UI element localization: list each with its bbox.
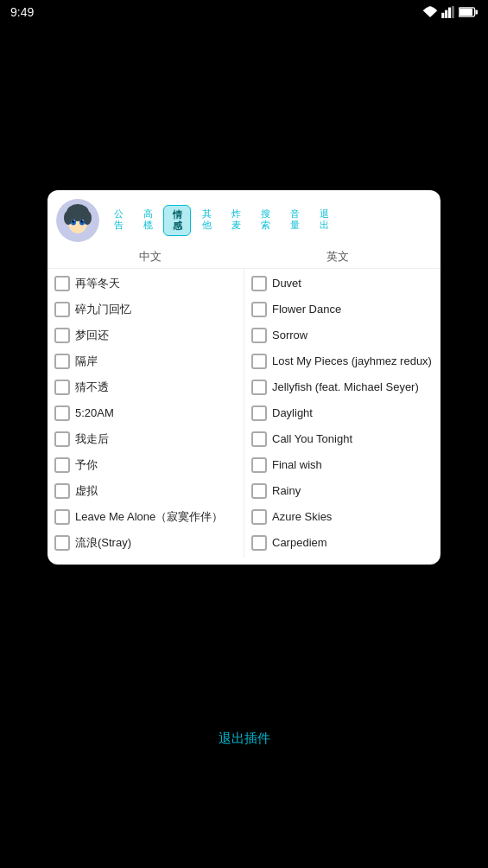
checkbox[interactable] bbox=[251, 328, 267, 343]
item-text: 碎九门回忆 bbox=[75, 303, 131, 317]
nav-tab-gao-liang[interactable]: 高 榄 bbox=[134, 205, 162, 236]
signal-icon bbox=[441, 6, 455, 18]
nav-tab-label-qi-ta: 其 他 bbox=[202, 208, 212, 231]
checkbox[interactable] bbox=[54, 535, 70, 551]
left-list-item[interactable]: 碎九门回忆 bbox=[51, 297, 240, 322]
nav-tab-zha-mai[interactable]: 炸 麦 bbox=[222, 205, 250, 236]
item-text: Lost My Pieces (jayhmez redux) bbox=[272, 354, 432, 369]
item-text: Azure Skies bbox=[272, 510, 332, 525]
checkbox[interactable] bbox=[251, 483, 267, 499]
col-header-english: 英文 bbox=[244, 249, 433, 265]
checkbox[interactable] bbox=[251, 535, 267, 551]
item-text: Duvet bbox=[272, 277, 301, 291]
nav-tabs: 公 告高 榄情 感其 他炸 麦搜 索音 量退 出 bbox=[105, 205, 338, 236]
svg-rect-3 bbox=[452, 6, 454, 18]
item-text: 我走后 bbox=[75, 432, 109, 447]
col-headers: 中文 英文 bbox=[48, 246, 440, 269]
left-list: 再等冬天碎九门回忆梦回还隔岸猜不透5:20AM我走后予你虚拟Leave Me A… bbox=[48, 269, 244, 558]
left-list-item[interactable]: 梦回还 bbox=[51, 322, 240, 348]
checkbox[interactable] bbox=[54, 483, 70, 499]
left-list-item[interactable]: 流浪(Stray) bbox=[51, 530, 240, 556]
svg-point-17 bbox=[82, 220, 83, 220]
right-list-item[interactable]: Azure Skies bbox=[248, 504, 437, 530]
checkbox[interactable] bbox=[54, 405, 70, 421]
item-text: Rainy bbox=[272, 484, 301, 499]
right-list-item[interactable]: Call You Tonight bbox=[248, 426, 437, 452]
left-list-item[interactable]: 我走后 bbox=[51, 426, 240, 452]
left-list-item[interactable]: Leave Me Alone（寂寞作伴） bbox=[51, 504, 240, 530]
right-list-item[interactable]: Rainy bbox=[248, 478, 437, 504]
left-list-item[interactable]: 再等冬天 bbox=[51, 271, 240, 297]
item-text: 再等冬天 bbox=[75, 277, 120, 291]
checkbox[interactable] bbox=[54, 509, 70, 525]
right-list: DuvetFlower DanceSorrowLost My Pieces (j… bbox=[244, 269, 440, 558]
checkbox[interactable] bbox=[251, 354, 267, 369]
right-list-item[interactable]: Duvet bbox=[248, 271, 437, 297]
item-text: Call You Tonight bbox=[272, 432, 352, 447]
nav-tab-yin-liang[interactable]: 音 量 bbox=[281, 205, 308, 236]
list-area: 再等冬天碎九门回忆梦回还隔岸猜不透5:20AM我走后予你虚拟Leave Me A… bbox=[48, 269, 440, 558]
checkbox[interactable] bbox=[251, 302, 267, 317]
right-list-item[interactable]: Carpediem bbox=[248, 530, 437, 556]
svg-rect-0 bbox=[441, 13, 444, 18]
left-list-item[interactable]: 予你 bbox=[51, 452, 240, 478]
svg-point-16 bbox=[73, 220, 74, 220]
checkbox[interactable] bbox=[54, 431, 70, 447]
checkbox[interactable] bbox=[251, 380, 267, 395]
checkbox[interactable] bbox=[54, 354, 70, 369]
right-list-item[interactable]: Sorrow bbox=[248, 322, 437, 348]
nav-tab-gong-gao[interactable]: 公 告 bbox=[105, 205, 132, 236]
item-text: 梦回还 bbox=[75, 329, 109, 343]
col-header-chinese: 中文 bbox=[56, 249, 244, 265]
nav-tab-label-yin-liang: 音 量 bbox=[290, 208, 300, 231]
dialog-card: 公 告高 榄情 感其 他炸 麦搜 索音 量退 出 中文 英文 再等冬天碎九门回忆… bbox=[48, 190, 440, 565]
nav-tab-qi-ta[interactable]: 其 他 bbox=[193, 205, 220, 236]
status-icons bbox=[422, 6, 478, 18]
right-list-item[interactable]: Final wish bbox=[248, 452, 437, 478]
item-text: 予你 bbox=[75, 458, 98, 473]
item-text: Carpediem bbox=[272, 536, 327, 551]
right-list-item[interactable]: Daylight bbox=[248, 400, 437, 426]
checkbox[interactable] bbox=[54, 276, 70, 291]
wifi-icon bbox=[422, 6, 438, 18]
dialog-header: 公 告高 榄情 感其 他炸 麦搜 索音 量退 出 bbox=[48, 190, 440, 246]
checkbox[interactable] bbox=[54, 380, 70, 395]
svg-rect-1 bbox=[445, 10, 447, 18]
checkbox[interactable] bbox=[251, 431, 267, 447]
checkbox[interactable] bbox=[54, 457, 70, 473]
status-bar: 9:49 bbox=[0, 0, 488, 24]
status-time: 9:49 bbox=[10, 5, 34, 19]
nav-tab-label-qing-gan: 情 感 bbox=[173, 209, 182, 232]
item-text: 虚拟 bbox=[75, 484, 98, 499]
checkbox[interactable] bbox=[251, 457, 267, 473]
nav-tab-sou-suo[interactable]: 搜 索 bbox=[251, 205, 279, 236]
right-list-item[interactable]: Jellyfish (feat. Michael Seyer) bbox=[248, 374, 437, 400]
item-text: 猜不透 bbox=[75, 380, 109, 395]
left-list-item[interactable]: 虚拟 bbox=[51, 478, 240, 504]
nav-tab-qing-gan[interactable]: 情 感 bbox=[163, 205, 191, 236]
nav-tab-label-zha-mai: 炸 麦 bbox=[231, 208, 241, 231]
nav-tab-label-sou-suo: 搜 索 bbox=[261, 208, 270, 231]
checkbox[interactable] bbox=[54, 302, 70, 317]
left-list-item[interactable]: 隔岸 bbox=[51, 348, 240, 374]
nav-tab-tui-chu[interactable]: 退 出 bbox=[310, 205, 338, 236]
battery-icon bbox=[459, 7, 478, 17]
exit-plugin-button[interactable]: 退出插件 bbox=[219, 731, 270, 747]
left-list-item[interactable]: 5:20AM bbox=[51, 400, 240, 426]
item-text: Flower Dance bbox=[272, 303, 341, 317]
svg-rect-2 bbox=[448, 8, 451, 18]
nav-tab-label-tui-chu: 退 出 bbox=[320, 208, 329, 231]
checkbox[interactable] bbox=[251, 276, 267, 291]
item-text: Leave Me Alone（寂寞作伴） bbox=[75, 510, 223, 525]
item-text: Sorrow bbox=[272, 329, 307, 343]
left-list-item[interactable]: 猜不透 bbox=[51, 374, 240, 400]
checkbox[interactable] bbox=[251, 509, 267, 525]
svg-rect-6 bbox=[475, 10, 478, 14]
checkbox[interactable] bbox=[54, 328, 70, 343]
svg-rect-5 bbox=[459, 9, 472, 16]
checkbox[interactable] bbox=[251, 405, 267, 421]
nav-tab-label-gao-liang: 高 榄 bbox=[143, 208, 153, 231]
item-text: 流浪(Stray) bbox=[75, 536, 131, 551]
right-list-item[interactable]: Flower Dance bbox=[248, 297, 437, 322]
right-list-item[interactable]: Lost My Pieces (jayhmez redux) bbox=[248, 348, 437, 374]
